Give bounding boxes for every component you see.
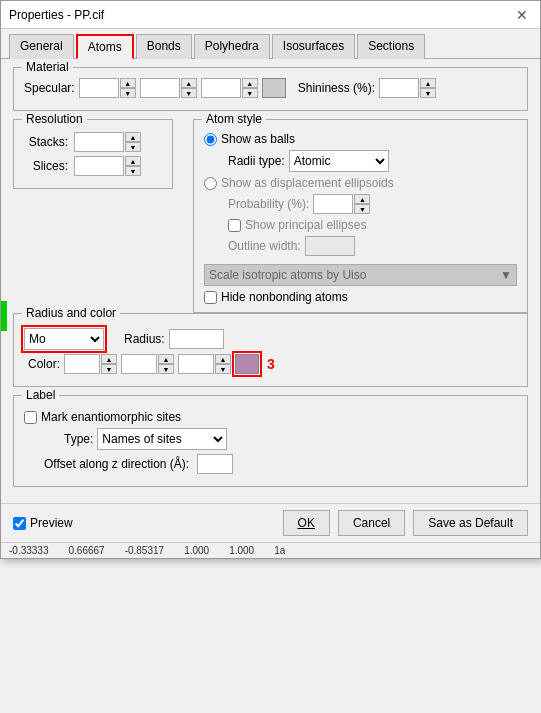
- ok-button[interactable]: OK: [283, 510, 330, 536]
- stacks-down[interactable]: ▼: [125, 142, 141, 152]
- color-r-up[interactable]: ▲: [101, 354, 117, 364]
- probability-down[interactable]: ▼: [354, 204, 370, 214]
- color-r-down[interactable]: ▼: [101, 364, 117, 374]
- preview-row: Preview: [13, 516, 73, 530]
- radii-type-label: Radii type:: [228, 154, 285, 168]
- show-balls-row: Show as balls: [204, 132, 517, 146]
- outline-label: Outline width:: [228, 239, 301, 253]
- specular-b-up[interactable]: ▲: [242, 78, 258, 88]
- specular-g-down[interactable]: ▼: [181, 88, 197, 98]
- specular-r-spin: 204 ▲ ▼: [79, 78, 136, 98]
- status-val-4: 1.000: [184, 545, 209, 556]
- specular-color-preview[interactable]: [262, 78, 286, 98]
- slices-label: Slices:: [24, 159, 68, 173]
- slices-down[interactable]: ▼: [125, 166, 141, 176]
- radii-type-select[interactable]: Atomic Ionic Van der Waals: [289, 150, 389, 172]
- specular-g-buttons: ▲ ▼: [181, 78, 197, 98]
- color-b-input[interactable]: 175: [178, 354, 214, 374]
- show-balls-radio[interactable]: [204, 133, 217, 146]
- stacks-spin: 24 ▲ ▼: [74, 132, 141, 152]
- show-ellipsoids-row: Show as displacement ellipsoids: [204, 176, 517, 190]
- hide-nonbonding-checkbox[interactable]: [204, 291, 217, 304]
- scale-row: Scale isotropic atoms by Uiso ▼: [204, 264, 517, 286]
- specular-b-input[interactable]: 204: [201, 78, 241, 98]
- type-row: Type: Names of sites Chemical symbol Non…: [64, 428, 517, 450]
- slices-row: Slices: 24 ▲ ▼: [24, 156, 162, 176]
- scale-chevron-icon: ▼: [500, 268, 512, 282]
- color-g-spin: 134 ▲ ▼: [121, 354, 174, 374]
- color-b-down[interactable]: ▼: [215, 364, 231, 374]
- content-area: Material Specular: 204 ▲ ▼ 204 ▲ ▼: [1, 59, 540, 503]
- specular-g-input[interactable]: 204: [140, 78, 180, 98]
- outline-input[interactable]: 2.0: [305, 236, 355, 256]
- show-balls-label: Show as balls: [221, 132, 295, 146]
- tab-isosurfaces[interactable]: Isosurfaces: [272, 34, 355, 59]
- slices-up[interactable]: ▲: [125, 156, 141, 166]
- offset-row: Offset along z direction (Å): 1: [44, 454, 517, 474]
- material-group: Material Specular: 204 ▲ ▼ 204 ▲ ▼: [13, 67, 528, 111]
- tab-general[interactable]: General: [9, 34, 74, 59]
- specular-r-up[interactable]: ▲: [120, 78, 136, 88]
- scale-dropdown[interactable]: Scale isotropic atoms by Uiso ▼: [204, 264, 517, 286]
- tab-sections[interactable]: Sections: [357, 34, 425, 59]
- shininess-down[interactable]: ▼: [420, 88, 436, 98]
- radius-label: Radius:: [124, 332, 165, 346]
- status-val-3: -0.85317: [125, 545, 164, 556]
- type-select[interactable]: Names of sites Chemical symbol None: [97, 428, 227, 450]
- slices-input[interactable]: 24: [74, 156, 124, 176]
- probability-up[interactable]: ▲: [354, 194, 370, 204]
- color-r-input[interactable]: 179: [64, 354, 100, 374]
- right-column: Atom style Show as balls Radii type: Ato…: [193, 119, 528, 313]
- tab-bonds[interactable]: Bonds: [136, 34, 192, 59]
- specular-g-spin: 204 ▲ ▼: [140, 78, 197, 98]
- bottom-buttons: OK Cancel Save as Default: [283, 510, 528, 536]
- tab-polyhedra[interactable]: Polyhedra: [194, 34, 270, 59]
- mark-enantiomorphic-row: Mark enantiomorphic sites: [24, 410, 517, 424]
- specular-r-input[interactable]: 204: [79, 78, 119, 98]
- resolution-label: Resolution: [22, 112, 87, 126]
- material-label: Material: [22, 60, 73, 74]
- save-default-button[interactable]: Save as Default: [413, 510, 528, 536]
- radii-type-row: Radii type: Atomic Ionic Van der Waals: [228, 150, 517, 172]
- two-col-layout: Resolution Stacks: 24 ▲ ▼ Slices:: [13, 119, 528, 313]
- bottom-bar: Preview OK Cancel Save as Default: [1, 503, 540, 542]
- tab-bar: General Atoms Bonds Polyhedra Isosurface…: [1, 29, 540, 59]
- shininess-input[interactable]: 20: [379, 78, 419, 98]
- stacks-input[interactable]: 24: [74, 132, 124, 152]
- preview-checkbox[interactable]: [13, 517, 26, 530]
- atom-style-group: Atom style Show as balls Radii type: Ato…: [193, 119, 528, 313]
- color-g-down[interactable]: ▼: [158, 364, 174, 374]
- radius-input[interactable]: 1.4: [169, 329, 224, 349]
- type-label: Type:: [64, 432, 93, 446]
- specular-g-up[interactable]: ▲: [181, 78, 197, 88]
- offset-input[interactable]: 1: [197, 454, 233, 474]
- show-principal-row: Show principal ellipses: [228, 218, 517, 232]
- specular-label: Specular:: [24, 81, 75, 95]
- specular-r-down[interactable]: ▼: [120, 88, 136, 98]
- element-radius-row: Mo C H N O Radius: 1.4: [24, 328, 517, 350]
- probability-input[interactable]: 50: [313, 194, 353, 214]
- close-button[interactable]: ✕: [512, 7, 532, 23]
- cancel-button[interactable]: Cancel: [338, 510, 405, 536]
- main-window: Properties - PP.cif ✕ General Atoms Bond…: [0, 0, 541, 559]
- shininess-up[interactable]: ▲: [420, 78, 436, 88]
- show-principal-checkbox[interactable]: [228, 219, 241, 232]
- color-preview[interactable]: [235, 354, 259, 374]
- atom-style-label: Atom style: [202, 112, 266, 126]
- stacks-up[interactable]: ▲: [125, 132, 141, 142]
- color-g-input[interactable]: 134: [121, 354, 157, 374]
- show-ellipsoids-radio[interactable]: [204, 177, 217, 190]
- color-g-up[interactable]: ▲: [158, 354, 174, 364]
- green-indicator: [1, 301, 7, 331]
- hide-nonbonding-label: Hide nonbonding atoms: [221, 290, 348, 304]
- color-g-buttons: ▲ ▼: [158, 354, 174, 374]
- stacks-row: Stacks: 24 ▲ ▼: [24, 132, 162, 152]
- stacks-label: Stacks:: [24, 135, 68, 149]
- mark-enantiomorphic-checkbox[interactable]: [24, 411, 37, 424]
- tab-atoms[interactable]: Atoms: [76, 34, 134, 59]
- specular-b-down[interactable]: ▼: [242, 88, 258, 98]
- color-b-up[interactable]: ▲: [215, 354, 231, 364]
- element-select[interactable]: Mo C H N O: [24, 328, 104, 350]
- specular-b-spin: 204 ▲ ▼: [201, 78, 258, 98]
- probability-row: Probability (%): 50 ▲ ▼: [228, 194, 517, 214]
